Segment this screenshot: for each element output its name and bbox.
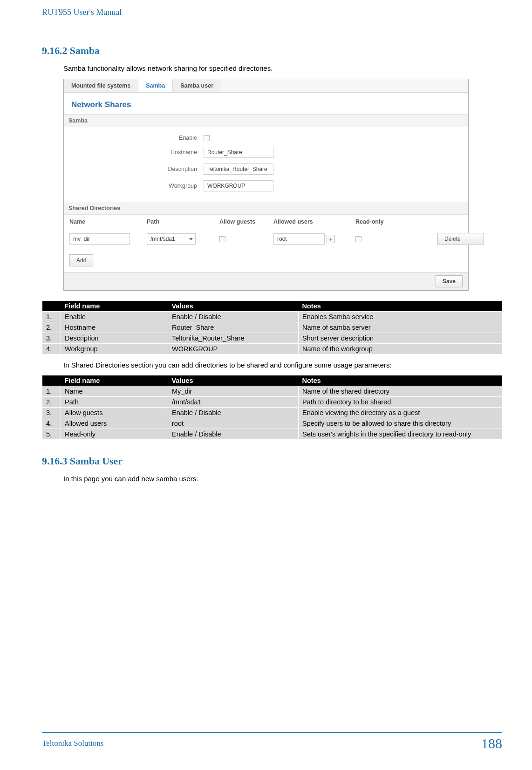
allowed-users-input[interactable] xyxy=(273,233,325,245)
cell-n: 4. xyxy=(42,344,61,354)
table-row: /mnt/sda1 + Delete xyxy=(64,229,468,249)
table-row: 1.EnableEnable / DisableEnables Samba se… xyxy=(42,312,502,322)
cell-field: Description xyxy=(61,333,168,344)
workgroup-label: Workgroup xyxy=(64,183,204,189)
cell-notes: Enable viewing the directory as a guest xyxy=(299,408,502,418)
network-shares-title: Network Shares xyxy=(64,93,468,114)
cell-n: 5. xyxy=(42,429,61,440)
workgroup-input[interactable] xyxy=(204,180,273,191)
mid-paragraph: In Shared Directories section you can ad… xyxy=(63,361,502,369)
tab-samba-user[interactable]: Samba user xyxy=(173,79,221,92)
section-number: 9.16.3 xyxy=(42,456,67,467)
col-allowedusers: Allowed users xyxy=(273,218,353,225)
th-notes: Notes xyxy=(299,375,502,386)
description-input[interactable] xyxy=(204,164,273,175)
cell-field: Hostname xyxy=(61,322,168,333)
cell-values: Enable / Disable xyxy=(168,408,299,418)
table-row: 2.Path/mnt/sda1Path to directory to be s… xyxy=(42,397,502,408)
cell-notes: Name of the shared directory xyxy=(299,386,502,397)
cell-values: Teltonika_Router_Share xyxy=(168,333,299,344)
col-allowguests: Allow guests xyxy=(219,218,271,225)
cell-values: Enable / Disable xyxy=(168,312,299,322)
col-path: Path xyxy=(147,218,217,225)
samba-panel-header: Samba xyxy=(64,114,468,127)
cell-values: /mnt/sda1 xyxy=(168,397,299,408)
enable-label: Enable xyxy=(64,135,204,141)
cell-values: Enable / Disable xyxy=(168,429,299,440)
th-values: Values xyxy=(168,301,299,312)
cell-field: Workgroup xyxy=(61,344,168,354)
cell-field: Path xyxy=(61,397,168,408)
cell-values: Router_Share xyxy=(168,322,299,333)
cell-n: 1. xyxy=(42,386,61,397)
allow-guests-checkbox[interactable] xyxy=(219,236,225,242)
plus-icon: + xyxy=(329,236,333,243)
table-row: 5.Read-onlyEnable / DisableSets user's w… xyxy=(42,429,502,440)
cell-n: 1. xyxy=(42,312,61,322)
th-num xyxy=(42,375,61,386)
th-num xyxy=(42,301,61,312)
cell-values: WORKGROUP xyxy=(168,344,299,354)
cell-notes: Sets user's wrights in the specified dir… xyxy=(299,429,502,440)
footer-page-number: 188 xyxy=(481,736,502,751)
footer-source: Teltonika Solutions xyxy=(42,739,103,748)
dir-path-select[interactable]: /mnt/sda1 xyxy=(147,233,196,245)
cell-notes: Specify users to be allowed to share thi… xyxy=(299,418,502,429)
description-label: Description xyxy=(64,166,204,172)
cell-n: 3. xyxy=(42,408,61,418)
cell-n: 4. xyxy=(42,418,61,429)
cell-notes: Enables Samba service xyxy=(299,312,502,322)
cell-field: Enable xyxy=(61,312,168,322)
section-name: Samba xyxy=(70,45,100,56)
table-row: 3.Allow guestsEnable / DisableEnable vie… xyxy=(42,408,502,418)
hostname-input[interactable] xyxy=(204,147,273,158)
cell-notes: Path to directory to be shared xyxy=(299,397,502,408)
cell-values: My_dir xyxy=(168,386,299,397)
table-row: 1.NameMy_dirName of the shared directory xyxy=(42,386,502,397)
add-button[interactable]: Add xyxy=(69,254,93,266)
tab-samba[interactable]: Samba xyxy=(138,79,173,92)
th-field: Field name xyxy=(61,375,168,386)
tab-mounted-fs[interactable]: Mounted file systems xyxy=(64,79,138,92)
document-header: RUT955 User's Manual xyxy=(42,7,502,17)
cell-n: 3. xyxy=(42,333,61,344)
section-name: Samba User xyxy=(70,456,123,467)
cell-values: root xyxy=(168,418,299,429)
tab-strip: Mounted file systems Samba Samba user xyxy=(64,79,468,93)
section-heading-samba: 9.16.2 Samba xyxy=(42,45,502,57)
param-table-shared-dirs: Field name Values Notes 1.NameMy_dirName… xyxy=(42,375,502,440)
col-name: Name xyxy=(69,218,144,225)
section-intro: Samba functionality allows network shari… xyxy=(63,64,502,72)
section2-intro: In this page you can add new samba users… xyxy=(63,475,502,483)
cell-field: Name xyxy=(61,386,168,397)
cell-field: Allowed users xyxy=(61,418,168,429)
page-footer: Teltonika Solutions 188 xyxy=(42,732,502,751)
cell-field: Allow guests xyxy=(61,408,168,418)
table-row: 3.DescriptionTeltonika_Router_ShareShort… xyxy=(42,333,502,344)
save-button[interactable]: Save xyxy=(436,275,463,287)
delete-button[interactable]: Delete xyxy=(437,233,484,245)
th-values: Values xyxy=(168,375,299,386)
col-readonly: Read-only xyxy=(355,218,435,225)
section-heading-samba-user: 9.16.3 Samba User xyxy=(42,456,502,467)
table-row: 4.Allowed usersrootSpecify users to be a… xyxy=(42,418,502,429)
hostname-label: Hostname xyxy=(64,149,204,156)
th-notes: Notes xyxy=(299,301,502,312)
th-field: Field name xyxy=(61,301,168,312)
cell-notes: Name of samba server xyxy=(299,322,502,333)
table-row: 4.WorkgroupWORKGROUPName of the workgrou… xyxy=(42,344,502,354)
config-screenshot: Mounted file systems Samba Samba user Ne… xyxy=(63,79,469,291)
cell-notes: Short server description xyxy=(299,333,502,344)
add-user-button[interactable]: + xyxy=(327,235,335,243)
section-number: 9.16.2 xyxy=(42,45,67,56)
cell-n: 2. xyxy=(42,322,61,333)
cell-n: 2. xyxy=(42,397,61,408)
enable-checkbox[interactable] xyxy=(204,135,210,141)
dir-name-input[interactable] xyxy=(69,233,130,245)
param-table-samba: Field name Values Notes 1.EnableEnable /… xyxy=(42,301,502,354)
readonly-checkbox[interactable] xyxy=(355,236,361,242)
cell-field: Read-only xyxy=(61,429,168,440)
shared-dirs-panel-header: Shared Directories xyxy=(64,202,468,215)
cell-notes: Name of the workgroup xyxy=(299,344,502,354)
table-row: 2.HostnameRouter_ShareName of samba serv… xyxy=(42,322,502,333)
